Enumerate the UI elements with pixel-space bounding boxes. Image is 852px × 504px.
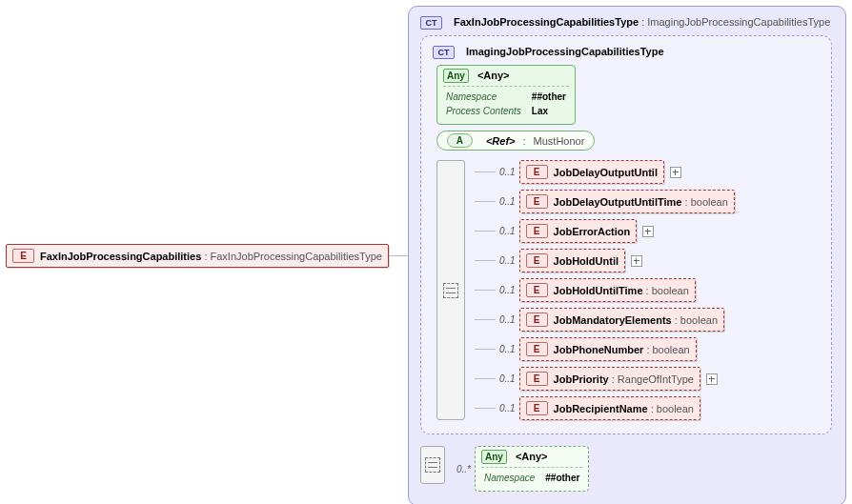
schema-child: 0..1EJobDelayOutputUntil xyxy=(475,160,735,184)
tag-e-icon: E xyxy=(526,165,548,179)
cardinality: 0..1 xyxy=(499,167,516,177)
child-element: EJobPriority : RangeOfIntType xyxy=(519,367,700,391)
sequence-indicator xyxy=(436,160,465,420)
schema-child: 0..1EJobErrorAction xyxy=(475,219,735,243)
connector-line xyxy=(475,319,496,320)
child-name: JobMandatoryElements xyxy=(554,314,672,326)
schema-child: 0..1EJobMandatoryElements : boolean xyxy=(475,308,735,332)
any-tag-icon: Any xyxy=(443,69,469,83)
any-wildcard: Any <Any> Namespace##other Process Conte… xyxy=(436,65,576,125)
schema-child: 0..1EJobRecipientName : boolean xyxy=(475,396,735,420)
expand-icon[interactable] xyxy=(642,226,654,237)
attr-tag-icon: A xyxy=(447,133,473,148)
ct-tag-icon: CT xyxy=(420,16,442,30)
child-name: JobPriority xyxy=(554,373,609,385)
sequence-icon xyxy=(443,283,458,298)
child-type: boolean xyxy=(657,403,694,414)
attr-ref-label: <Ref> xyxy=(486,135,516,147)
child-name: JobErrorAction xyxy=(554,226,631,237)
child-name: JobDelayOutputUntilTime xyxy=(554,196,682,208)
child-type: RangeOfIntType xyxy=(618,373,694,385)
child-name: JobHoldUntilTime xyxy=(554,285,643,296)
complex-type-outer: CT FaxInJobProcessingCapabilitiesType : … xyxy=(408,6,846,504)
connector-line xyxy=(475,260,496,261)
any-tag-icon: Any xyxy=(481,450,507,464)
ct-outer-extends: ImagingJobProcessingCapabilitiesType xyxy=(647,16,830,28)
expand-icon[interactable] xyxy=(706,373,718,385)
sequence-icon xyxy=(425,457,440,473)
ct-outer-name: FaxInJobProcessingCapabilitiesType xyxy=(454,16,639,28)
any-label: <Any> xyxy=(477,70,510,81)
sequence-indicator xyxy=(420,446,445,484)
tag-e-icon: E xyxy=(526,224,548,238)
child-name: JobDelayOutputUntil xyxy=(554,167,658,178)
schema-child: 0..1EJobHoldUntilTime : boolean xyxy=(475,278,735,302)
child-name: JobRecipientName xyxy=(554,403,648,414)
tag-e-icon: E xyxy=(526,372,548,386)
child-type: boolean xyxy=(680,314,718,326)
connector-line xyxy=(475,290,496,291)
child-element: EJobRecipientName : boolean xyxy=(519,396,700,420)
child-element: EJobDelayOutputUntilTime : boolean xyxy=(519,190,735,213)
tag-e-icon: E xyxy=(526,253,548,268)
tag-e-icon: E xyxy=(526,401,548,415)
schema-child: 0..1EJobDelayOutputUntilTime : boolean xyxy=(475,190,735,213)
child-element: EJobErrorAction xyxy=(519,219,638,243)
any-label: <Any> xyxy=(516,451,548,462)
cardinality: 0..1 xyxy=(499,196,516,207)
child-type: boolean xyxy=(691,196,728,208)
cardinality: 0..1 xyxy=(499,314,516,325)
schema-child: 0..1EJobPhoneNumber : boolean xyxy=(475,337,735,361)
child-element: EJobMandatoryElements : boolean xyxy=(519,308,724,332)
connector-line xyxy=(475,349,496,350)
cardinality: 0..* xyxy=(456,464,471,474)
attribute-ref: A <Ref> : MustHonor xyxy=(436,131,595,151)
any-wildcard: Any <Any> Namespace##other xyxy=(475,446,589,492)
connector-line xyxy=(475,231,496,232)
connector-line xyxy=(475,201,496,202)
cardinality: 0..1 xyxy=(499,255,516,266)
ct-inner-name: ImagingJobProcessingCapabilitiesType xyxy=(466,46,664,57)
cardinality: 0..1 xyxy=(499,226,516,236)
tag-e-icon: E xyxy=(526,312,548,327)
tag-e-icon: E xyxy=(526,342,548,356)
cardinality: 0..1 xyxy=(499,285,516,295)
tag-e-icon: E xyxy=(526,283,548,297)
child-element: EJobHoldUntil xyxy=(519,249,625,272)
expand-icon[interactable] xyxy=(631,255,642,267)
complex-type-inner: CT ImagingJobProcessingCapabilitiesType … xyxy=(420,35,832,434)
connector-line xyxy=(475,171,496,172)
cardinality: 0..1 xyxy=(499,403,516,413)
child-element: EJobPhoneNumber : boolean xyxy=(519,337,697,361)
child-element: EJobDelayOutputUntil xyxy=(519,160,664,184)
child-type: boolean xyxy=(652,285,689,296)
expand-icon[interactable] xyxy=(670,167,681,178)
root-type: FaxInJobProcessingCapabilitiesType xyxy=(211,251,382,262)
connector-line xyxy=(475,378,496,379)
root-element: E FaxInJobProcessingCapabilities : FaxIn… xyxy=(6,244,389,268)
child-name: JobPhoneNumber xyxy=(554,344,644,355)
tag-e-icon: E xyxy=(12,249,34,263)
cardinality: 0..1 xyxy=(499,373,516,384)
connector-line xyxy=(475,408,496,409)
root-name: FaxInJobProcessingCapabilities xyxy=(40,251,201,262)
child-type: boolean xyxy=(653,344,690,355)
tag-e-icon: E xyxy=(526,194,548,209)
attr-ref-type: MustHonor xyxy=(534,135,585,147)
child-name: JobHoldUntil xyxy=(554,255,619,267)
ct-tag-icon: CT xyxy=(433,46,455,59)
child-element: EJobHoldUntilTime : boolean xyxy=(519,278,696,302)
schema-child: 0..1EJobPriority : RangeOfIntType xyxy=(475,367,735,391)
schema-child: 0..1EJobHoldUntil xyxy=(475,249,735,272)
connector-line xyxy=(389,255,408,256)
cardinality: 0..1 xyxy=(499,344,516,354)
